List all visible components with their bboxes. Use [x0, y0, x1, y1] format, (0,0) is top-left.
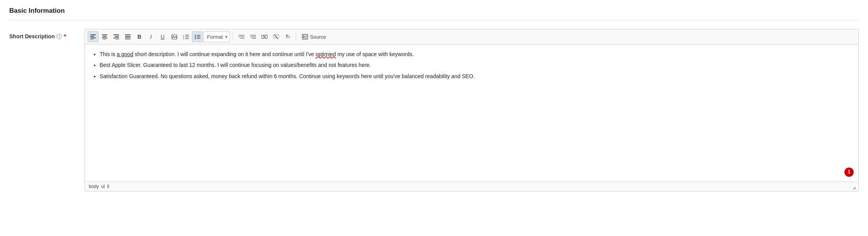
- svg-point-24: [195, 35, 196, 36]
- ordered-list-button[interactable]: 1. 2. 3.: [180, 31, 191, 42]
- svg-text:3.: 3.: [183, 38, 185, 39]
- indent-decrease-button[interactable]: [248, 31, 258, 42]
- svg-rect-2: [90, 38, 96, 38]
- svg-rect-1: [90, 36, 94, 37]
- insert-link-button[interactable]: [259, 31, 270, 42]
- field-row: Short Description i *: [9, 29, 859, 192]
- resize-handle[interactable]: ◢: [853, 185, 857, 190]
- svg-rect-27: [197, 36, 200, 37]
- svg-rect-21: [185, 36, 189, 37]
- editor-container: B I U: [85, 29, 859, 192]
- clear-format-button[interactable]: Tx: [282, 31, 293, 42]
- list-item-3: Satisfaction Guaranteed. No questions as…: [100, 72, 852, 80]
- bullet1-end: my use of space with keywords.: [336, 51, 414, 57]
- source-icon: [302, 34, 308, 39]
- format-dropdown-label: Format: [207, 34, 223, 40]
- svg-rect-29: [197, 38, 200, 39]
- svg-rect-3: [90, 39, 93, 39]
- align-right-button[interactable]: [111, 31, 122, 42]
- format-dropdown[interactable]: Format ▼: [203, 31, 230, 42]
- section-title: Basic Information: [9, 7, 859, 21]
- svg-rect-4: [102, 34, 107, 35]
- align-left-button[interactable]: [88, 31, 98, 42]
- counter-badge: 1: [844, 168, 854, 177]
- source-label: Source: [310, 34, 326, 40]
- editor-content-area[interactable]: This is a good short description. I will…: [85, 44, 858, 181]
- svg-rect-5: [103, 36, 107, 37]
- svg-rect-11: [116, 39, 119, 39]
- bullet1-squiggle: optimied: [315, 51, 336, 57]
- align-justify-button[interactable]: [122, 31, 133, 42]
- svg-rect-14: [125, 38, 131, 38]
- source-button[interactable]: Source: [299, 31, 329, 42]
- svg-rect-15: [125, 39, 131, 39]
- clear-format-label: T: [285, 34, 288, 39]
- underline-button[interactable]: U: [157, 31, 168, 42]
- svg-rect-13: [125, 36, 131, 37]
- list-item-2: Best Apple Slicer. Guaranteed to last 12…: [100, 61, 852, 69]
- footer-tag-ul: ul: [101, 184, 105, 189]
- image-button[interactable]: [169, 31, 180, 42]
- toolbar-divider-1: [233, 32, 233, 41]
- field-label: Short Description i *: [9, 29, 77, 39]
- bold-button[interactable]: B: [134, 31, 145, 42]
- content-list: This is a good short description. I will…: [91, 50, 852, 80]
- svg-rect-9: [115, 36, 119, 37]
- svg-rect-7: [103, 39, 106, 39]
- svg-rect-8: [114, 34, 119, 35]
- align-center-button[interactable]: [99, 31, 110, 42]
- toolbar-divider-2: [296, 32, 296, 41]
- bullet1-before: This is: [100, 51, 117, 57]
- page-container: Basic Information Short Description i *: [0, 0, 868, 236]
- bullet1-after: short description. I will continue expan…: [133, 51, 315, 57]
- bold-label: B: [137, 34, 141, 40]
- svg-point-26: [195, 36, 196, 38]
- svg-rect-23: [185, 38, 189, 39]
- italic-button[interactable]: I: [146, 31, 156, 42]
- format-dropdown-arrow: ▼: [224, 35, 228, 39]
- svg-rect-10: [114, 38, 119, 38]
- editor-footer: body ul li: [85, 181, 858, 191]
- italic-label: I: [150, 34, 152, 40]
- svg-rect-25: [197, 35, 200, 36]
- svg-rect-12: [125, 34, 131, 35]
- svg-rect-6: [102, 38, 107, 38]
- svg-rect-0: [90, 34, 96, 35]
- editor-toolbar: B I U: [85, 29, 858, 44]
- remove-link-button[interactable]: [271, 31, 281, 42]
- indent-increase-button[interactable]: [236, 31, 247, 42]
- editor-footer-wrapper: body ul li ◢: [85, 181, 858, 191]
- svg-rect-19: [185, 35, 189, 36]
- footer-tag-body: body: [89, 184, 99, 189]
- required-star: *: [64, 33, 66, 39]
- info-icon[interactable]: i: [56, 34, 62, 39]
- underline-label: U: [161, 34, 164, 40]
- list-item-1: This is a good short description. I will…: [100, 50, 852, 58]
- footer-tag-li: li: [107, 184, 109, 189]
- field-label-text: Short Description: [9, 33, 54, 39]
- unordered-list-button[interactable]: [192, 31, 203, 42]
- bullet1-underline: a good: [117, 51, 133, 57]
- svg-point-28: [195, 38, 196, 39]
